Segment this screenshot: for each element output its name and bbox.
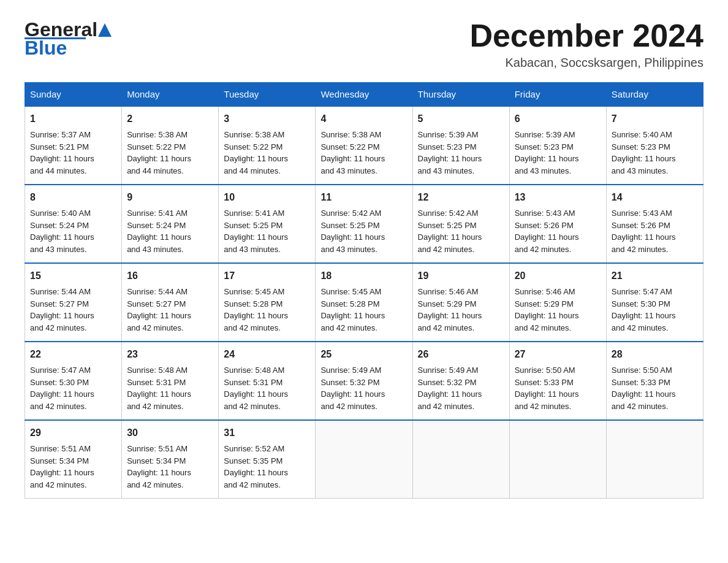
day-info: Sunrise: 5:38 AMSunset: 5:22 PMDaylight:… (127, 129, 213, 177)
day-info: Sunrise: 5:47 AMSunset: 5:30 PMDaylight:… (30, 364, 116, 412)
day-number: 8 (30, 190, 116, 205)
calendar-col-saturday: Saturday (606, 83, 703, 107)
day-number: 2 (127, 112, 213, 126)
day-number: 3 (224, 112, 310, 126)
calendar-cell (509, 420, 606, 499)
calendar-col-wednesday: Wednesday (316, 83, 412, 107)
day-info: Sunrise: 5:52 AMSunset: 5:35 PMDaylight:… (224, 443, 310, 491)
calendar-week-4: 22Sunrise: 5:47 AMSunset: 5:30 PMDayligh… (25, 342, 703, 420)
calendar-cell: 25Sunrise: 5:49 AMSunset: 5:32 PMDayligh… (316, 342, 412, 420)
day-info: Sunrise: 5:39 AMSunset: 5:23 PMDaylight:… (418, 129, 504, 177)
day-number: 29 (30, 426, 116, 440)
calendar-cell: 22Sunrise: 5:47 AMSunset: 5:30 PMDayligh… (25, 342, 122, 420)
header-title-block: December 2024 Kabacan, Soccsksargen, Phi… (469, 18, 703, 70)
logo-blue-text: Blue (25, 37, 67, 59)
day-info: Sunrise: 5:43 AMSunset: 5:26 PMDaylight:… (515, 207, 601, 255)
day-info: Sunrise: 5:40 AMSunset: 5:23 PMDaylight:… (612, 129, 698, 177)
calendar-cell: 17Sunrise: 5:45 AMSunset: 5:28 PMDayligh… (219, 263, 316, 342)
calendar-cell: 26Sunrise: 5:49 AMSunset: 5:32 PMDayligh… (412, 342, 509, 420)
day-number: 27 (515, 347, 601, 362)
calendar-cell: 5Sunrise: 5:39 AMSunset: 5:23 PMDaylight… (412, 106, 509, 185)
calendar-cell: 12Sunrise: 5:42 AMSunset: 5:25 PMDayligh… (412, 185, 509, 263)
day-number: 26 (418, 347, 504, 362)
day-number: 21 (612, 269, 698, 283)
day-info: Sunrise: 5:41 AMSunset: 5:25 PMDaylight:… (224, 207, 310, 255)
calendar-cell: 11Sunrise: 5:42 AMSunset: 5:25 PMDayligh… (316, 185, 412, 263)
day-number: 4 (320, 112, 407, 126)
calendar-cell: 24Sunrise: 5:48 AMSunset: 5:31 PMDayligh… (219, 342, 316, 420)
day-info: Sunrise: 5:48 AMSunset: 5:31 PMDaylight:… (224, 364, 310, 412)
calendar-col-thursday: Thursday (412, 83, 509, 107)
day-info: Sunrise: 5:49 AMSunset: 5:32 PMDaylight:… (320, 364, 407, 412)
day-number: 20 (515, 269, 601, 283)
calendar-cell (412, 420, 509, 499)
calendar-col-friday: Friday (509, 83, 606, 107)
day-info: Sunrise: 5:42 AMSunset: 5:25 PMDaylight:… (320, 207, 407, 255)
day-info: Sunrise: 5:47 AMSunset: 5:30 PMDaylight:… (612, 286, 698, 334)
day-info: Sunrise: 5:51 AMSunset: 5:34 PMDaylight:… (30, 443, 116, 491)
day-info: Sunrise: 5:45 AMSunset: 5:28 PMDaylight:… (224, 286, 310, 334)
calendar-cell: 19Sunrise: 5:46 AMSunset: 5:29 PMDayligh… (412, 263, 509, 342)
calendar-cell: 28Sunrise: 5:50 AMSunset: 5:33 PMDayligh… (606, 342, 703, 420)
day-number: 28 (612, 347, 698, 362)
day-number: 7 (612, 112, 698, 126)
calendar-body: 1Sunrise: 5:37 AMSunset: 5:21 PMDaylight… (25, 106, 703, 499)
calendar-cell: 8Sunrise: 5:40 AMSunset: 5:24 PMDaylight… (25, 185, 122, 263)
day-number: 12 (418, 190, 504, 205)
svg-marker-0 (98, 23, 112, 37)
calendar-week-1: 1Sunrise: 5:37 AMSunset: 5:21 PMDaylight… (25, 106, 703, 185)
day-info: Sunrise: 5:41 AMSunset: 5:24 PMDaylight:… (127, 207, 213, 255)
day-number: 5 (418, 112, 504, 126)
calendar-cell: 30Sunrise: 5:51 AMSunset: 5:34 PMDayligh… (122, 420, 219, 499)
calendar-col-tuesday: Tuesday (219, 83, 316, 107)
calendar-cell: 18Sunrise: 5:45 AMSunset: 5:28 PMDayligh… (316, 263, 412, 342)
logo-triangle-icon (98, 23, 112, 37)
day-info: Sunrise: 5:38 AMSunset: 5:22 PMDaylight:… (320, 129, 407, 177)
day-number: 22 (30, 347, 116, 362)
page-header: General Blue December 2024 Kabacan, Socc… (25, 18, 703, 70)
day-number: 23 (127, 347, 213, 362)
day-info: Sunrise: 5:39 AMSunset: 5:23 PMDaylight:… (515, 129, 601, 177)
day-info: Sunrise: 5:49 AMSunset: 5:32 PMDaylight:… (418, 364, 504, 412)
day-info: Sunrise: 5:45 AMSunset: 5:28 PMDaylight:… (320, 286, 407, 334)
month-title: December 2024 (469, 18, 703, 53)
day-info: Sunrise: 5:46 AMSunset: 5:29 PMDaylight:… (418, 286, 504, 334)
day-number: 19 (418, 269, 504, 283)
calendar-cell: 13Sunrise: 5:43 AMSunset: 5:26 PMDayligh… (509, 185, 606, 263)
location-subtitle: Kabacan, Soccsksargen, Philippines (469, 56, 703, 70)
day-info: Sunrise: 5:51 AMSunset: 5:34 PMDaylight:… (127, 443, 213, 491)
calendar-cell: 21Sunrise: 5:47 AMSunset: 5:30 PMDayligh… (606, 263, 703, 342)
calendar-cell (606, 420, 703, 499)
calendar-cell: 23Sunrise: 5:48 AMSunset: 5:31 PMDayligh… (122, 342, 219, 420)
calendar-cell: 2Sunrise: 5:38 AMSunset: 5:22 PMDaylight… (122, 106, 219, 185)
day-info: Sunrise: 5:37 AMSunset: 5:21 PMDaylight:… (30, 129, 116, 177)
calendar-col-sunday: Sunday (25, 83, 122, 107)
calendar-week-2: 8Sunrise: 5:40 AMSunset: 5:24 PMDaylight… (25, 185, 703, 263)
day-number: 11 (320, 190, 407, 205)
day-number: 10 (224, 190, 310, 205)
day-number: 25 (320, 347, 407, 362)
calendar-cell: 31Sunrise: 5:52 AMSunset: 5:35 PMDayligh… (219, 420, 316, 499)
logo: General Blue (25, 18, 112, 59)
calendar-header: SundayMondayTuesdayWednesdayThursdayFrid… (25, 83, 703, 107)
day-info: Sunrise: 5:50 AMSunset: 5:33 PMDaylight:… (612, 364, 698, 412)
calendar-cell: 7Sunrise: 5:40 AMSunset: 5:23 PMDaylight… (606, 106, 703, 185)
calendar-week-5: 29Sunrise: 5:51 AMSunset: 5:34 PMDayligh… (25, 420, 703, 499)
day-number: 13 (515, 190, 601, 205)
day-info: Sunrise: 5:46 AMSunset: 5:29 PMDaylight:… (515, 286, 601, 334)
calendar-cell: 1Sunrise: 5:37 AMSunset: 5:21 PMDaylight… (25, 106, 122, 185)
calendar-cell: 6Sunrise: 5:39 AMSunset: 5:23 PMDaylight… (509, 106, 606, 185)
day-info: Sunrise: 5:42 AMSunset: 5:25 PMDaylight:… (418, 207, 504, 255)
day-info: Sunrise: 5:38 AMSunset: 5:22 PMDaylight:… (224, 129, 310, 177)
calendar-cell: 16Sunrise: 5:44 AMSunset: 5:27 PMDayligh… (122, 263, 219, 342)
calendar-table: SundayMondayTuesdayWednesdayThursdayFrid… (25, 82, 703, 499)
day-info: Sunrise: 5:40 AMSunset: 5:24 PMDaylight:… (30, 207, 116, 255)
day-number: 30 (127, 426, 213, 440)
day-info: Sunrise: 5:50 AMSunset: 5:33 PMDaylight:… (515, 364, 601, 412)
day-info: Sunrise: 5:48 AMSunset: 5:31 PMDaylight:… (127, 364, 213, 412)
calendar-col-monday: Monday (122, 83, 219, 107)
calendar-cell: 29Sunrise: 5:51 AMSunset: 5:34 PMDayligh… (25, 420, 122, 499)
calendar-cell: 4Sunrise: 5:38 AMSunset: 5:22 PMDaylight… (316, 106, 412, 185)
day-number: 24 (224, 347, 310, 362)
day-info: Sunrise: 5:43 AMSunset: 5:26 PMDaylight:… (612, 207, 698, 255)
